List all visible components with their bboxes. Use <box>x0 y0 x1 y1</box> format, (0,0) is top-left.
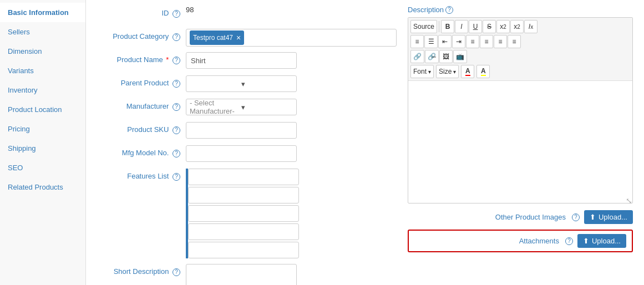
short-description-label: Short Description ? <box>97 264 186 276</box>
sidebar-item-basic-information[interactable]: Basic Information <box>0 3 85 22</box>
align-left-button[interactable]: ≡ <box>466 35 479 48</box>
media-button[interactable]: 📺 <box>453 50 467 63</box>
features-list-container <box>186 169 397 258</box>
sidebar: Basic Information Sellers Dimension Vari… <box>0 0 86 285</box>
mfg-model-row: Mfg Model No. ? <box>97 145 397 163</box>
italic-button[interactable]: I <box>455 20 468 33</box>
outdent-button[interactable]: ⇤ <box>438 35 452 48</box>
attachments-upload-button[interactable]: ⬆ Upload... <box>577 234 626 248</box>
other-product-images-help-icon[interactable]: ? <box>572 213 580 221</box>
manufacturer-select[interactable]: - Select Manufacturer- ▾ <box>186 99 297 115</box>
product-category-help-icon[interactable]: ? <box>173 33 180 41</box>
upload-icon-1: ⬆ <box>590 213 596 221</box>
features-input-3[interactable] <box>188 205 299 222</box>
form-right: Description ? Source B I U S <box>408 6 633 285</box>
justify-button[interactable]: ≡ <box>508 35 521 48</box>
mfg-model-label: Mfg Model No. ? <box>97 145 186 157</box>
sidebar-item-sellers[interactable]: Sellers <box>0 22 85 42</box>
description-body[interactable]: ⤡ <box>408 81 632 203</box>
product-sku-input[interactable] <box>186 122 297 139</box>
manufacturer-help-icon[interactable]: ? <box>173 103 180 111</box>
product-name-input[interactable] <box>186 52 297 69</box>
sidebar-item-pricing[interactable]: Pricing <box>0 119 85 139</box>
toolbar-separator-1 <box>439 21 439 32</box>
attachments-row: Attachments ? ⬆ Upload... <box>408 230 633 252</box>
description-editor[interactable]: Source B I U S x2 x2 Ix ≡ <box>408 17 633 203</box>
toolbar-row-3: 🔗 🔗̶ 🖼 📺 <box>410 50 630 63</box>
parent-product-label: Parent Product ? <box>97 75 186 88</box>
features-list-label: Features List ? <box>97 169 186 181</box>
product-sku-label: Product SKU ? <box>97 122 186 134</box>
unordered-list-button[interactable]: ☰ <box>424 35 438 48</box>
product-category-field[interactable]: Testpro cat47 × <box>186 29 397 47</box>
resize-icon: ⤡ <box>626 196 631 205</box>
features-input-1[interactable] <box>188 169 299 185</box>
upload-icon-2: ⬆ <box>583 237 589 245</box>
sidebar-item-shipping[interactable]: Shipping <box>0 139 85 158</box>
product-name-label: Product Name * ? <box>97 52 186 64</box>
attachments-label: Attachments <box>519 237 559 245</box>
parent-product-help-icon[interactable]: ? <box>173 80 180 88</box>
other-product-images-row: Other Product Images ? ⬆ Upload... <box>408 210 633 224</box>
id-row: ID ? 98 <box>97 6 397 23</box>
features-input-2[interactable] <box>188 187 299 203</box>
short-description-row: Short Description ? <box>97 264 397 285</box>
product-name-help-icon[interactable]: ? <box>173 57 180 64</box>
id-help-icon[interactable]: ? <box>173 10 180 18</box>
unlink-button[interactable]: 🔗̶ <box>425 50 439 63</box>
size-select[interactable]: Size ▾ <box>436 65 459 78</box>
attachments-help-icon[interactable]: ? <box>565 237 573 245</box>
source-button[interactable]: Source <box>410 20 437 33</box>
resize-handle[interactable]: ⤡ <box>626 196 631 202</box>
description-label: Description <box>408 6 444 14</box>
features-list-row: Features List ? <box>97 169 397 258</box>
clear-format-button[interactable]: Ix <box>524 20 537 33</box>
product-category-row: Product Category ? Testpro cat47 × <box>97 29 397 47</box>
indent-button[interactable]: ⇥ <box>452 35 465 48</box>
superscript-button[interactable]: x2 <box>510 20 524 33</box>
link-button[interactable]: 🔗 <box>410 50 424 63</box>
bg-color-button[interactable]: A <box>476 65 490 78</box>
bold-button[interactable]: B <box>441 20 454 33</box>
sidebar-item-product-location[interactable]: Product Location <box>0 100 85 119</box>
align-right-button[interactable]: ≡ <box>494 35 507 48</box>
product-category-remove-icon[interactable]: × <box>236 33 241 42</box>
product-sku-row: Product SKU ? <box>97 122 397 140</box>
size-select-chevron-icon: ▾ <box>453 69 456 75</box>
editor-toolbar: Source B I U S x2 x2 Ix ≡ <box>408 18 632 81</box>
sidebar-item-inventory[interactable]: Inventory <box>0 80 85 100</box>
mfg-model-input[interactable] <box>186 145 297 162</box>
subscript-button[interactable]: x2 <box>496 20 510 33</box>
sidebar-item-variants[interactable]: Variants <box>0 61 85 80</box>
ordered-list-button[interactable]: ≡ <box>410 35 424 48</box>
sidebar-item-related-products[interactable]: Related Products <box>0 177 85 197</box>
font-select[interactable]: Font ▾ <box>410 65 434 78</box>
image-button[interactable]: 🖼 <box>439 50 453 63</box>
mfg-model-help-icon[interactable]: ? <box>173 150 180 157</box>
toolbar-row-1: Source B I U S x2 x2 Ix <box>410 20 630 33</box>
font-select-chevron-icon: ▾ <box>428 69 431 75</box>
underline-button[interactable]: U <box>469 20 482 33</box>
parent-product-row: Parent Product ? ▾ <box>97 75 397 93</box>
short-description-input[interactable] <box>186 264 297 285</box>
parent-product-chevron-icon: ▾ <box>241 80 293 88</box>
form-left: ID ? 98 Product Category ? <box>97 6 397 285</box>
align-center-button[interactable]: ≡ <box>480 35 493 48</box>
sidebar-item-dimension[interactable]: Dimension <box>0 42 85 61</box>
font-color-button[interactable]: A <box>461 65 474 78</box>
main-content: ID ? 98 Product Category ? <box>86 0 644 285</box>
product-sku-help-icon[interactable]: ? <box>173 126 180 134</box>
description-help-icon[interactable]: ? <box>445 6 453 14</box>
sidebar-item-seo[interactable]: SEO <box>0 158 85 177</box>
product-category-label: Product Category ? <box>97 29 186 41</box>
features-input-4[interactable] <box>188 223 299 240</box>
other-product-images-label: Other Product Images <box>495 213 566 221</box>
strikethrough-button[interactable]: S <box>483 20 496 33</box>
form-area: ID ? 98 Product Category ? <box>97 6 633 285</box>
other-product-images-upload-button[interactable]: ⬆ Upload... <box>584 210 633 224</box>
short-description-help-icon[interactable]: ? <box>173 268 180 276</box>
features-input-5[interactable] <box>188 242 299 258</box>
toolbar-row-2: ≡ ☰ ⇤ ⇥ ≡ ≡ ≡ ≡ <box>410 35 630 48</box>
parent-product-select[interactable]: ▾ <box>186 75 297 92</box>
features-list-help-icon[interactable]: ? <box>173 173 180 181</box>
